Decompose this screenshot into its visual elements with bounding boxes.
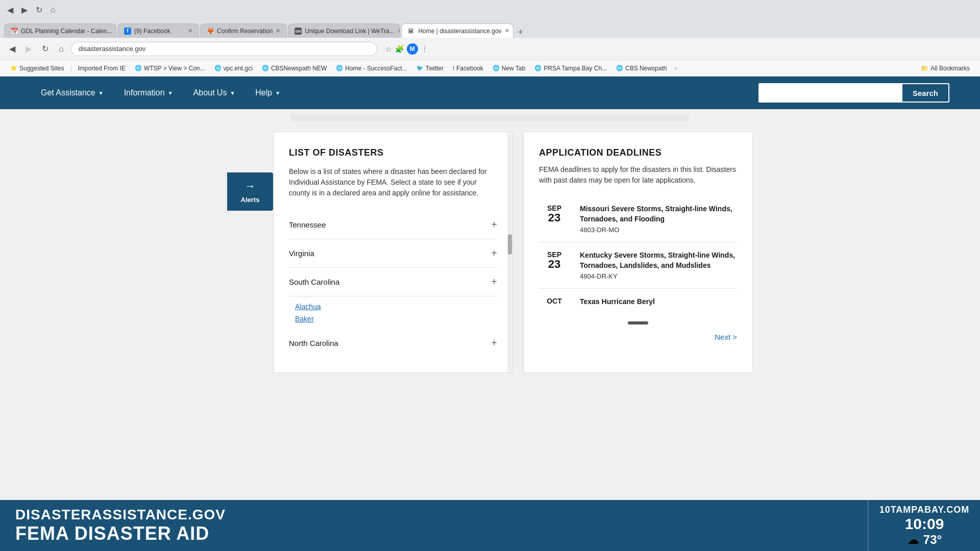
tab-close-confirm[interactable]: ✕: [276, 28, 280, 34]
search-input[interactable]: [758, 83, 901, 103]
tab-label-confirm: Confirm Reservation: [217, 28, 273, 35]
forward-nav-button[interactable]: ▶: [22, 42, 35, 56]
disaster-item-tennessee[interactable]: Tennessee +: [289, 211, 497, 239]
nav-get-assistance-label: Get Assistance: [41, 88, 95, 97]
alerts-arrow-icon: →: [244, 180, 256, 193]
search-bar: Search: [758, 83, 949, 103]
next-button[interactable]: Next >: [715, 333, 737, 341]
nav-about-us-chevron: ▼: [230, 90, 235, 96]
disaster-expand-virginia[interactable]: +: [491, 247, 497, 259]
tab-favicon-disaster: 🏛: [408, 28, 415, 35]
home-nav-button[interactable]: ⌂: [56, 42, 67, 56]
disasters-panel: LIST OF DISASTERS Below is a list of sta…: [273, 132, 513, 373]
tab-favicon-facebook: f: [124, 28, 131, 35]
title-bar: ◀ ▶ ↻ ⌂: [0, 0, 980, 19]
forward-button[interactable]: ▶: [18, 3, 31, 17]
nav-help-label: Help: [255, 88, 272, 97]
tab-facebook[interactable]: f (9) Facebook ✕: [117, 23, 199, 38]
bookmarks-bar: ⭐ Suggested Sites | Imported From IE 🌐 W…: [0, 60, 980, 77]
tab-confirm[interactable]: 🦊 Confirm Reservation ✕: [200, 23, 287, 38]
tab-label-disaster: Home | disasterassistance.gov: [418, 28, 501, 35]
search-button[interactable]: Search: [901, 83, 949, 103]
bookmark-facebook[interactable]: f Facebook: [449, 64, 487, 73]
deadline-event-texas: Texas Hurricane Beryl: [580, 297, 737, 307]
bookmark-home[interactable]: 🌐 Home - SuccessFact...: [332, 64, 411, 73]
hero-bar: [291, 114, 689, 121]
new-tab-button[interactable]: +: [514, 27, 526, 38]
bookmark-label-cbs2: CBS Newspath: [625, 65, 667, 72]
bookmark-newtab[interactable]: 🌐 New Tab: [488, 64, 529, 73]
tab-close-facebook[interactable]: ✕: [188, 28, 192, 34]
back-button[interactable]: ◀: [4, 3, 16, 17]
nav-information[interactable]: Information ▼: [114, 77, 183, 109]
disaster-item-virginia[interactable]: Virginia +: [289, 239, 497, 268]
scrollbar-thumb[interactable]: [508, 234, 512, 255]
address-input[interactable]: [71, 42, 377, 56]
tv-sidebar: 10TAMPABAY.COM 10:09 ☁ 73°: [868, 500, 980, 551]
bookmark-prsa[interactable]: 🌐 PRSA Tampa Bay Ch...: [530, 64, 611, 73]
tab-close-wetra[interactable]: ✕: [398, 28, 401, 34]
tv-temperature: 73°: [923, 533, 942, 547]
bookmark-label-cbs1: CBSNewspath NEW: [271, 65, 327, 72]
sub-item-baker[interactable]: Baker: [295, 313, 497, 325]
bookmark-label-imported: Imported From IE: [78, 65, 126, 72]
reload-button[interactable]: ↻: [33, 3, 45, 17]
disaster-name-north-carolina: North Carolina: [289, 339, 338, 347]
bookmark-cbs2[interactable]: 🌐 CBS Newspath: [612, 64, 671, 73]
deadlines-scroll-indicator: [628, 321, 648, 324]
tab-close-gdl[interactable]: ✕: [115, 28, 116, 34]
bookmark-folders: 📁 All Bookmarks: [917, 64, 974, 73]
disaster-name-virginia: Virginia: [289, 249, 314, 258]
tab-close-disaster[interactable]: ✕: [505, 28, 509, 34]
disaster-item-south-carolina[interactable]: South Carolina +: [289, 268, 497, 296]
bookmark-twitter[interactable]: 🐦 Twitter: [412, 64, 448, 73]
extensions-icon[interactable]: 🧩: [395, 45, 404, 53]
bookmark-icon-wtsp: 🌐: [135, 65, 142, 71]
disaster-expand-tennessee[interactable]: +: [491, 219, 497, 231]
address-icons: ☆ 🧩 M ⋮: [385, 43, 428, 55]
deadline-month-texas: OCT: [539, 297, 570, 305]
disaster-expand-north-carolina[interactable]: +: [491, 337, 497, 349]
deadline-date-texas: OCT: [539, 297, 570, 305]
tv-site-label: DISASTERASSISTANCE.GOV: [15, 507, 852, 523]
deadline-row-texas: OCT Texas Hurricane Beryl: [539, 289, 737, 317]
bookmark-cbs1[interactable]: 🌐 CBSNewspath NEW: [258, 64, 331, 73]
home-button[interactable]: ⌂: [47, 3, 59, 16]
tv-time-display: 10:09: [905, 515, 944, 533]
deadlines-panel: APPLICATION DEADLINES FEMA deadlines to …: [523, 132, 753, 373]
deadline-event-kentucky: Kentucky Severe Storms, Straight-line Wi…: [580, 251, 737, 270]
bookmark-label-twitter: Twitter: [426, 65, 444, 72]
tv-overlay: DISASTERASSISTANCE.GOV FEMA DISASTER AID…: [0, 500, 980, 551]
bookmark-suggested[interactable]: ⭐ Suggested Sites: [6, 64, 68, 73]
deadline-info-texas: Texas Hurricane Beryl: [580, 297, 737, 309]
bookmark-label-prsa: PRSA Tampa Bay Ch...: [544, 65, 607, 72]
tv-station-label: 10TAMPABAY.COM: [879, 505, 970, 515]
next-link-area: Next >: [539, 324, 737, 350]
nav-help-chevron: ▼: [275, 90, 280, 96]
nav-about-us[interactable]: About Us ▼: [183, 77, 246, 109]
tab-wetra[interactable]: we Unique Download Link | WeTra... ✕: [288, 23, 400, 38]
bookmark-label-newtab: New Tab: [502, 65, 525, 72]
tab-gdl[interactable]: 📅 GDL Planning Calendar - Calen... ✕: [4, 23, 116, 38]
star-icon[interactable]: ☆: [385, 45, 392, 53]
sub-item-alachua[interactable]: Alachua: [295, 300, 497, 313]
alerts-button[interactable]: → Alerts: [227, 172, 273, 211]
menu-icon[interactable]: ⋮: [421, 45, 428, 53]
bookmark-all-folders[interactable]: 📁 All Bookmarks: [917, 64, 974, 73]
nav-information-label: Information: [124, 88, 165, 97]
disaster-item-north-carolina[interactable]: North Carolina +: [289, 329, 497, 357]
back-nav-button[interactable]: ◀: [6, 42, 18, 56]
bookmark-vpc[interactable]: 🌐 vpc.ent.gci: [210, 64, 257, 73]
tab-favicon-wetra: we: [295, 28, 302, 35]
bookmark-wtsp[interactable]: 🌐 WTSP > View > Con...: [131, 64, 209, 73]
tv-weather-area: ☁ 73°: [907, 533, 942, 547]
profile-icon[interactable]: M: [407, 43, 418, 55]
reload-nav-button[interactable]: ↻: [39, 42, 52, 56]
folder-icon: 📁: [921, 65, 928, 72]
twitter-bookmark-icon: 🐦: [416, 65, 424, 71]
tab-disaster[interactable]: 🏛 Home | disasterassistance.gov ✕: [401, 23, 513, 38]
nav-get-assistance[interactable]: Get Assistance ▼: [31, 77, 114, 109]
bookmark-imported[interactable]: Imported From IE: [74, 64, 130, 73]
disaster-expand-south-carolina[interactable]: +: [491, 276, 497, 288]
nav-help[interactable]: Help ▼: [245, 77, 290, 109]
